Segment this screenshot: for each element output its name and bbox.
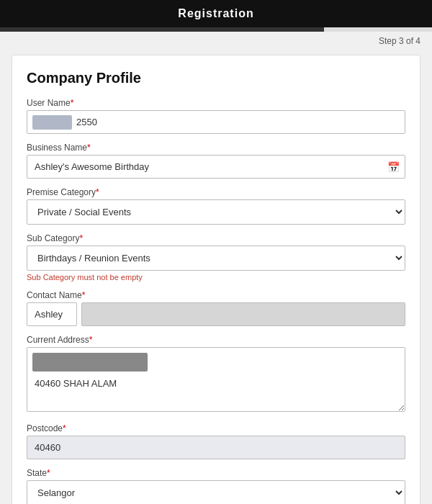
username-input[interactable] bbox=[27, 110, 405, 134]
username-group: User Name* bbox=[27, 98, 405, 134]
first-name-wrapper bbox=[27, 302, 77, 326]
sub-category-label: Sub Category* bbox=[27, 233, 405, 243]
calendar-icon: 📅 bbox=[387, 161, 400, 173]
page-title: Registration bbox=[178, 7, 253, 19]
address-overlay bbox=[32, 353, 148, 372]
premise-category-label: Premise Category* bbox=[27, 187, 405, 197]
last-name-wrapper bbox=[81, 302, 405, 326]
form-card: Company Profile User Name* Business Name… bbox=[12, 55, 420, 504]
username-label: User Name* bbox=[27, 98, 405, 108]
postcode-input[interactable] bbox=[27, 436, 405, 459]
form-section-title: Company Profile bbox=[27, 70, 405, 86]
contact-name-group: Contact Name* bbox=[27, 290, 405, 326]
sub-category-error: Sub Category must not be empty bbox=[27, 273, 405, 282]
sub-category-group: Sub Category* Birthdays / Reunion Events… bbox=[27, 233, 405, 282]
contact-name-label: Contact Name* bbox=[27, 290, 405, 300]
premise-category-select[interactable]: Private / Social Events Commercial Event… bbox=[27, 199, 405, 225]
business-name-group: Business Name* 📅 bbox=[27, 143, 405, 179]
last-name-input[interactable] bbox=[81, 302, 405, 326]
address-textarea-wrapper: 40460 SHAH ALAM bbox=[27, 347, 405, 415]
business-name-input[interactable] bbox=[27, 155, 405, 179]
sub-category-select[interactable]: Birthdays / Reunion Events Wedding Event… bbox=[27, 246, 405, 271]
username-field-wrapper bbox=[27, 110, 405, 134]
current-address-group: Current Address* 40460 SHAH ALAM bbox=[27, 335, 405, 415]
state-label: State* bbox=[27, 468, 405, 478]
business-name-wrapper: 📅 bbox=[27, 155, 405, 179]
premise-category-group: Premise Category* Private / Social Event… bbox=[27, 187, 405, 225]
username-highlight-overlay bbox=[32, 115, 72, 130]
postcode-label: Postcode* bbox=[27, 423, 405, 433]
first-name-input[interactable] bbox=[27, 302, 77, 326]
page-header: Registration bbox=[0, 0, 432, 27]
postcode-group: Postcode* bbox=[27, 423, 405, 459]
state-select[interactable]: Selangor Kuala Lumpur Johor Penang Perak bbox=[27, 480, 405, 504]
current-address-label: Current Address* bbox=[27, 335, 405, 345]
contact-name-row bbox=[27, 302, 405, 326]
step-indicator: Step 3 of 4 bbox=[0, 32, 432, 50]
business-name-label: Business Name* bbox=[27, 143, 405, 153]
state-group: State* Selangor Kuala Lumpur Johor Penan… bbox=[27, 468, 405, 504]
